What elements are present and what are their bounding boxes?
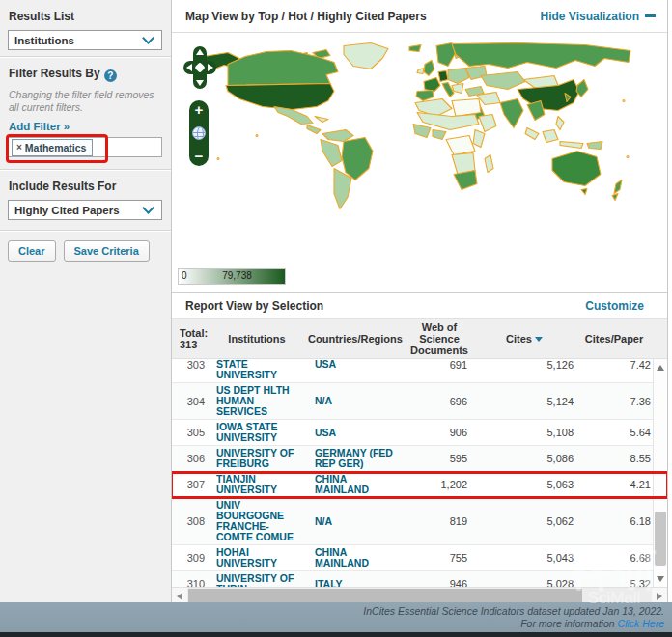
include-results-select[interactable]: Highly Cited Papers: [8, 200, 162, 220]
country-cell: USA: [305, 428, 406, 438]
scroll-down-icon[interactable]: [657, 576, 664, 582]
globe-reset-icon[interactable]: [192, 126, 206, 140]
world-map[interactable]: + −: [172, 33, 667, 264]
table-body-rows: 303INSTITUTE &STATEUNIVERSITYUSA6915,126…: [172, 359, 654, 587]
cites-per-paper-cell: 5.32: [575, 578, 653, 587]
docs-cell: 595: [406, 453, 473, 464]
bottom-border-strip: [0, 632, 672, 637]
table-row[interactable]: 309HOHAIUNIVERSITYCHINAMAINLAND7555,0436…: [172, 545, 654, 571]
cites-cell: 5,028: [473, 578, 575, 587]
pan-left-icon[interactable]: [186, 64, 192, 71]
row-rank: 306: [174, 453, 209, 464]
column-header-institutions[interactable]: Institutions: [209, 333, 305, 345]
choropleth-map-svg[interactable]: [199, 41, 635, 243]
map-view-title: Map View by Top / Hot / Highly Cited Pap…: [185, 10, 427, 23]
horizontal-scrollbar-thumb[interactable]: [188, 589, 582, 603]
docs-cell: 906: [406, 427, 473, 438]
table-header-row: Total: 313 Institutions Countries/Region…: [172, 318, 667, 359]
scroll-up-icon[interactable]: [657, 365, 664, 371]
include-results-label: Include Results For: [9, 180, 163, 193]
row-rank: 309: [174, 552, 209, 564]
vertical-scrollbar[interactable]: [653, 359, 667, 587]
institution-link[interactable]: UNIVERSITY OFTURIN: [209, 573, 305, 587]
click-here-link[interactable]: Click Here: [618, 618, 664, 629]
country-cell: N/A: [305, 396, 406, 406]
chevron-down-icon: [142, 202, 154, 214]
institution-link[interactable]: HOHAIUNIVERSITY: [209, 547, 305, 568]
table-row[interactable]: 303INSTITUTE &STATEUNIVERSITYUSA6915,126…: [172, 359, 654, 383]
map-pan-control[interactable]: [183, 46, 216, 89]
column-header-cites-per-paper[interactable]: Cites/Paper: [575, 333, 653, 345]
results-list-select[interactable]: Institutions: [8, 30, 162, 50]
table-row[interactable]: 304US DEPT HLTHHUMANSERVICESN/A6965,1247…: [172, 383, 654, 420]
column-header-cites-sorted[interactable]: Cites: [473, 333, 575, 345]
pan-right-icon[interactable]: [208, 64, 213, 71]
docs-cell: 696: [406, 396, 473, 407]
map-zoom-control[interactable]: + −: [189, 100, 209, 166]
help-icon[interactable]: ?: [104, 69, 117, 82]
results-list-selected-value: Institutions: [9, 35, 144, 46]
country-cell: CHINAMAINLAND: [305, 547, 406, 568]
row-rank: 308: [174, 515, 209, 527]
institution-link[interactable]: UNIVERSITY OFFREIBURG: [209, 448, 305, 469]
cites-per-paper-cell: 8.55: [575, 453, 653, 464]
footer-bar: InCites Essential Science Indicators dat…: [0, 602, 672, 632]
row-rank: 304: [174, 396, 209, 407]
table-row[interactable]: 306UNIVERSITY OFFREIBURGGERMANY (FEDREP …: [172, 446, 654, 472]
row-rank: 305: [174, 427, 209, 438]
cites-cell: 5,126: [473, 359, 575, 371]
docs-cell: 755: [406, 552, 473, 564]
customize-link[interactable]: Customize: [585, 299, 644, 313]
remove-filter-icon[interactable]: ×: [16, 142, 22, 152]
sort-desc-icon: [535, 337, 543, 342]
pan-up-icon[interactable]: [196, 49, 204, 55]
main-panel: Map View by Top / Hot / Highly Cited Pap…: [172, 0, 668, 602]
country-cell: GERMANY (FEDREP GER): [305, 448, 406, 469]
institution-link[interactable]: US DEPT HLTHHUMANSERVICES: [209, 385, 305, 417]
institution-link[interactable]: INSTITUTE &STATEUNIVERSITY: [209, 359, 305, 380]
cites-per-paper-cell: 6.18: [575, 515, 653, 527]
vertical-scrollbar-thumb[interactable]: [655, 512, 666, 566]
table-row[interactable]: 310UNIVERSITY OFTURINITALY9465,0285.32: [172, 571, 654, 587]
filter-input[interactable]: × Mathematics: [8, 137, 162, 157]
column-header-docs[interactable]: Web of Science Documents: [406, 321, 473, 356]
zoom-in-button[interactable]: +: [195, 103, 204, 117]
map-color-scale: 0 79,738: [178, 268, 286, 285]
country-cell: ITALY: [305, 579, 406, 588]
institution-link[interactable]: TIANJINUNIVERSITY: [209, 474, 305, 495]
total-count: Total: 313: [174, 327, 209, 350]
add-filter-link[interactable]: Add Filter »: [9, 121, 163, 132]
pan-down-icon[interactable]: [196, 80, 204, 86]
chevron-down-icon: [142, 32, 154, 44]
clear-button[interactable]: Clear: [8, 240, 56, 262]
cites-per-paper-cell: 7.42: [575, 359, 653, 371]
scale-min-value: 0: [182, 270, 187, 281]
filter-tag-mathematics[interactable]: × Mathematics: [12, 139, 93, 156]
docs-cell: 691: [406, 359, 473, 371]
column-header-countries[interactable]: Countries/Regions: [305, 333, 406, 345]
collapse-icon: [645, 14, 656, 17]
table-row[interactable]: 305IOWA STATEUNIVERSITYUSA9065,1085.64: [172, 420, 654, 446]
include-results-selected-value: Highly Cited Papers: [9, 205, 144, 216]
cites-cell: 5,108: [473, 427, 575, 438]
filter-results-label: Filter Results By?: [9, 67, 163, 82]
sidebar: Results List Institutions Filter Results…: [0, 0, 172, 602]
cites-cell: 5,086: [473, 453, 575, 464]
save-criteria-button[interactable]: Save Criteria: [64, 240, 150, 262]
hide-visualization-link[interactable]: Hide Visualization: [541, 10, 656, 23]
table-scroll-viewport: 303INSTITUTE &STATEUNIVERSITYUSA6915,126…: [172, 359, 667, 587]
filter-tag-label: Mathematics: [25, 142, 87, 153]
zoom-out-button[interactable]: −: [195, 150, 204, 163]
country-cell: USA: [305, 359, 406, 370]
institution-link[interactable]: UNIVBOURGOGNEFRANCHE-COMTE COMUE: [209, 500, 305, 542]
row-rank: 307: [174, 479, 209, 490]
row-rank: 310: [174, 578, 209, 587]
cites-cell: 5,043: [473, 552, 575, 564]
table-row[interactable]: 308UNIVBOURGOGNEFRANCHE-COMTE COMUEN/A81…: [172, 498, 654, 545]
cites-cell: 5,124: [473, 396, 575, 407]
country-cell: N/A: [305, 516, 406, 527]
institution-link[interactable]: IOWA STATEUNIVERSITY: [209, 422, 305, 443]
cites-per-paper-cell: 6.68: [575, 552, 653, 564]
docs-cell: 819: [406, 515, 473, 527]
table-row[interactable]: 307TIANJINUNIVERSITYCHINAMAINLAND1,2025,…: [172, 472, 654, 498]
